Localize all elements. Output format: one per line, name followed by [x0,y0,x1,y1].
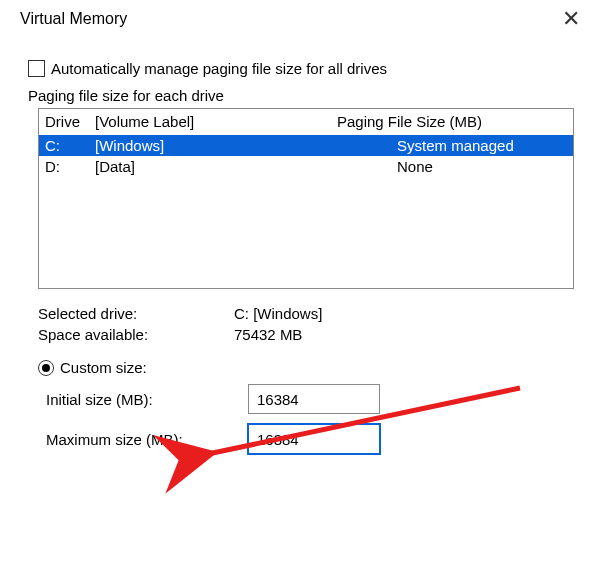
close-icon[interactable]: ✕ [556,8,586,30]
drive-letter: C: [45,137,95,154]
section-label: Paging file size for each drive [28,87,580,104]
auto-manage-row[interactable]: Automatically manage paging file size fo… [28,60,580,77]
maximum-size-input[interactable] [248,424,380,454]
custom-size-radio-row[interactable]: Custom size: [38,359,580,376]
initial-size-row: Initial size (MB): [46,384,580,414]
auto-manage-label: Automatically manage paging file size fo… [51,60,387,77]
drive-size: None [397,158,567,175]
maximum-size-label: Maximum size (MB): [46,431,248,448]
space-available-value: 75432 MB [234,326,302,343]
window-title: Virtual Memory [20,10,127,28]
selected-drive-row: Selected drive: C: [Windows] [38,305,580,322]
table-row[interactable]: C:[Windows]System managed [39,135,573,156]
initial-size-label: Initial size (MB): [46,391,248,408]
header-volume: [Volume Label] [95,113,337,130]
drive-table: Drive [Volume Label] Paging File Size (M… [38,108,574,289]
drive-size: System managed [397,137,567,154]
radio-icon[interactable] [38,360,54,376]
maximum-size-row: Maximum size (MB): [46,424,580,454]
selected-drive-value: C: [Windows] [234,305,322,322]
initial-size-input[interactable] [248,384,380,414]
header-size: Paging File Size (MB) [337,113,567,130]
drive-volume: [Data] [95,158,397,175]
checkbox-icon[interactable] [28,60,45,77]
drive-table-header: Drive [Volume Label] Paging File Size (M… [39,109,573,134]
table-row[interactable]: D:[Data]None [39,156,573,177]
drive-volume: [Windows] [95,137,397,154]
drive-list[interactable]: C:[Windows]System managedD:[Data]None [39,134,573,288]
custom-size-label: Custom size: [60,359,147,376]
space-available-label: Space available: [38,326,234,343]
header-drive: Drive [45,113,95,130]
titlebar: Virtual Memory ✕ [0,0,600,38]
drive-letter: D: [45,158,95,175]
selected-drive-label: Selected drive: [38,305,234,322]
space-available-row: Space available: 75432 MB [38,326,580,343]
